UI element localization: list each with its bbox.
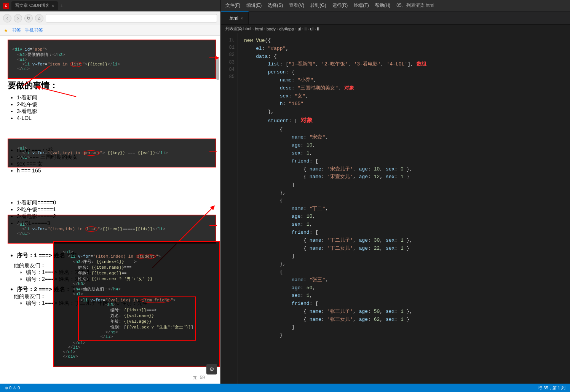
- line-number-indicator: 59: [200, 375, 205, 380]
- code-line: friend: [: [244, 300, 564, 308]
- code-line: friend: [: [244, 158, 564, 166]
- code-line: sex: 1,: [244, 221, 564, 229]
- menu-file[interactable]: 文件(F): [225, 2, 240, 9]
- breadcrumb-div: div#app: [279, 27, 294, 31]
- line-numbers: It: [221, 33, 238, 384]
- page-content: <div id="app"> <h2>要做的事情：</h2> <ul> <li …: [0, 36, 220, 384]
- code-line: name: "宋壹",: [244, 134, 564, 142]
- code-text[interactable]: new Vue({ el: "#app", data: { list: ["1-…: [238, 33, 570, 384]
- gear-icon[interactable]: ⚙: [206, 364, 217, 374]
- code-line: { name: '宋壹女儿', age: 12, sex: 1 }: [244, 173, 564, 181]
- status-bar-right: 行 35，第 1 列: [538, 385, 565, 391]
- code-line: { name: '丁二女儿', age: 22, sex: 1 }: [244, 245, 564, 253]
- tab-close[interactable]: ×: [52, 3, 54, 8]
- menu-help[interactable]: 帮助(H): [375, 2, 391, 9]
- browser-tab-active[interactable]: 写文章-CSDN博客 ×: [11, 1, 58, 10]
- code-area: It: [221, 33, 570, 384]
- refresh-button[interactable]: ↻: [24, 14, 33, 22]
- breadcrumb-sep: ›: [252, 27, 254, 31]
- code-line: name: "丁二",: [244, 205, 564, 213]
- breadcrumb-sep: ›: [315, 27, 316, 31]
- html-overlay-3: <ul> <li v-for="(item,idx) in list">{{it…: [8, 215, 216, 244]
- menu-goto[interactable]: 转到(G): [310, 2, 326, 9]
- vscode-menu: 文件(F) 编辑(E) 选择(S) 查看(V) 转到(G) 运行(R) 终端(T…: [221, 2, 570, 9]
- new-tab-btn[interactable]: +: [60, 3, 63, 9]
- menu-run[interactable]: 运行(R): [332, 2, 348, 9]
- code-line: name: "小乔",: [244, 76, 564, 84]
- breadcrumb-sep: ›: [264, 27, 265, 31]
- code-line: },: [244, 189, 564, 197]
- breadcrumb-li2: li: [317, 27, 319, 31]
- menu-filename: 05、列表渲染.html: [396, 2, 434, 9]
- editor-tab-active[interactable]: .html ×: [221, 11, 249, 24]
- pi-symbol: π: [193, 374, 197, 381]
- breadcrumb-item: 列表渲染.html: [225, 26, 251, 32]
- back-button[interactable]: ‹: [3, 14, 11, 22]
- status-bar: ⊗ 0 ⚠ 0 行 35，第 1 列: [0, 384, 570, 392]
- breadcrumb-sep: ›: [302, 27, 303, 31]
- error-count: ⊗ 0 ⚠ 0: [5, 386, 20, 390]
- star-icon: ★: [4, 28, 8, 33]
- code-line: { name: '张三女儿', age: 62, sex: 1 }: [244, 316, 564, 324]
- list-item: 1-看新闻: [17, 94, 212, 101]
- nested-code-overlay: <ul> <li v-for="(item,index) in student"…: [53, 241, 220, 367]
- editor-panel: .html × 列表渲染.html › html › body › div#ap…: [221, 11, 570, 384]
- breadcrumb-html: html: [255, 27, 263, 31]
- bookmark-label[interactable]: 书签: [12, 27, 21, 33]
- code-line: el: "#app",: [244, 45, 564, 53]
- list-item: 4-LOL: [17, 115, 212, 121]
- code-line: age: 10,: [244, 213, 564, 221]
- scrollbar[interactable]: [216, 57, 219, 80]
- forward-button[interactable]: ›: [14, 14, 22, 22]
- code-line: }: [244, 331, 564, 339]
- code-line: {: [244, 126, 564, 134]
- tab-title: 写文章-CSDN博客: [15, 3, 49, 8]
- code-line: sex: "女",: [244, 92, 564, 100]
- main-area: ‹ › ↻ ⌂ ★ 书签 手机书签 <div id="app"> <h2>要做的…: [0, 11, 570, 384]
- app-container: C 写文章-CSDN博客 × + 文件(F) 编辑(E) 选择(S) 查看(V)…: [0, 0, 570, 392]
- code-line: { name: '宋壹儿子', age: 10, sex: 0 },: [244, 166, 564, 174]
- code-line: desc: "三国时期的美女", 对象: [244, 84, 564, 92]
- code-line: student: [ 对象: [244, 116, 564, 126]
- code-line: { name: '丁二儿子', age: 30, sex: 1 },: [244, 237, 564, 245]
- breadcrumb-ul: ul: [298, 27, 301, 31]
- html-overlay-1: <div id="app"> <h2>要做的事情：</h2> <ul> <li …: [8, 40, 216, 79]
- breadcrumb-bar: 列表渲染.html › html › body › div#app › ul ›…: [221, 25, 570, 33]
- browser-panel: ‹ › ↻ ⌂ ★ 书签 手机书签 <div id="app"> <h2>要做的…: [0, 11, 221, 384]
- mini-panel-indicator: π 59: [193, 374, 205, 381]
- list-item: 2-吃午饭=====1: [17, 206, 212, 213]
- home-button[interactable]: ⌂: [35, 14, 43, 22]
- code-line: ]: [244, 323, 564, 331]
- page-title: 要做的事情：: [8, 80, 212, 91]
- list-item: 3-看电影: [17, 108, 212, 115]
- menu-terminal[interactable]: 终端(T): [354, 2, 369, 9]
- code-line: person: {: [244, 69, 564, 76]
- breadcrumb-ul2: ul: [310, 27, 314, 31]
- mobile-bookmark[interactable]: 手机书签: [25, 27, 43, 33]
- code-line: name: "张三",: [244, 276, 564, 284]
- code-line: { name: '张三儿子', age: 50, sex: 1 },: [244, 308, 564, 316]
- code-line: {: [244, 268, 564, 276]
- menu-view[interactable]: 查看(V): [289, 2, 304, 9]
- breadcrumb-sep: ›: [308, 27, 309, 31]
- menu-select[interactable]: 选择(S): [268, 2, 283, 9]
- code-line: ]: [244, 181, 564, 189]
- code-line: data: {: [244, 53, 564, 61]
- url-bar[interactable]: [46, 14, 217, 22]
- code-line: sex: 1,: [244, 150, 564, 158]
- menu-edit[interactable]: 编辑(E): [246, 2, 262, 9]
- browser-toolbar: ‹ › ↻ ⌂: [0, 11, 220, 25]
- list-1: 1-看新闻 2-吃午饭 3-看电影 4-LOL: [17, 94, 212, 121]
- code-line: age: 50,: [244, 284, 564, 292]
- tab-close-icon[interactable]: ×: [241, 16, 243, 21]
- editor-tabs: .html ×: [221, 11, 570, 25]
- code-line: },: [244, 108, 564, 116]
- code-line: friend: [: [244, 229, 564, 237]
- csdn-logo: C: [3, 3, 9, 9]
- list-item: 1-看新闻=====0: [17, 199, 212, 206]
- code-line: sex: 1,: [244, 292, 564, 300]
- bookmarks-bar: ★ 书签 手机书签: [0, 25, 220, 36]
- html-overlay-2: <ul> <li v-for="(val,key) in person"> {{…: [8, 139, 216, 167]
- code-line: },: [244, 260, 564, 268]
- list-item: 2-吃午饭: [17, 101, 212, 108]
